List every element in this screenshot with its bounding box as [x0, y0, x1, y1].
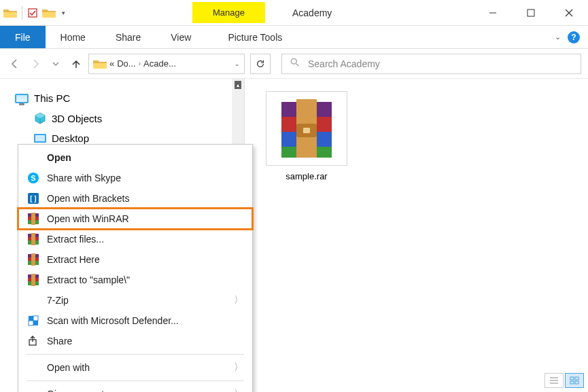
file-item-sample-rar[interactable]: sample.rar — [262, 91, 351, 181]
tab-home[interactable]: Home — [46, 26, 101, 48]
file-tab[interactable]: File — [0, 26, 46, 48]
breadcrumb-segment[interactable]: Acade... — [143, 58, 176, 69]
defender-icon — [27, 314, 40, 327]
breadcrumb-overflow[interactable]: « — [109, 58, 114, 69]
thumbnails-view-button[interactable] — [565, 373, 584, 388]
search-placeholder: Search Academy — [308, 58, 380, 69]
maximize-button[interactable] — [512, 0, 550, 26]
scrollbar-up-icon[interactable]: ▴ — [235, 81, 241, 89]
tree-this-pc[interactable]: This PC — [15, 88, 239, 108]
quick-access-toolbar: ▾ — [0, 5, 70, 20]
winrar-icon — [27, 273, 40, 287]
desktop-icon — [34, 134, 46, 143]
svg-point-18 — [291, 58, 296, 64]
winrar-icon — [27, 212, 40, 226]
ctx-extract-to[interactable]: Extract to "sample\" — [18, 270, 252, 290]
tab-picture-tools[interactable]: Picture Tools — [213, 26, 297, 48]
ctx-give-access[interactable]: Give access to 〉 — [18, 384, 252, 392]
tree-label: This PC — [34, 92, 70, 104]
ctx-extract-here[interactable]: Extract Here — [18, 249, 252, 270]
chevron-right-icon: 〉 — [235, 361, 241, 374]
separator — [27, 354, 244, 355]
svg-rect-17 — [528, 10, 534, 16]
ribbon-collapse-icon[interactable]: ⌄ — [555, 33, 561, 41]
up-button[interactable] — [68, 56, 84, 72]
tree-label: 3D Objects — [52, 113, 102, 124]
contextual-tab-label[interactable]: Manage — [192, 2, 265, 23]
ctx-open-brackets[interactable]: [ ] Open with Brackets — [18, 188, 252, 209]
context-menu: Open S Share with Skype [ ] Open with Br… — [18, 144, 253, 392]
refresh-button[interactable] — [250, 54, 271, 74]
svg-rect-15 — [29, 9, 37, 17]
view-mode-buttons — [544, 373, 584, 388]
ctx-7zip[interactable]: 7-Zip 〉 — [18, 290, 252, 310]
ctx-extract-files[interactable]: Extract files... — [18, 229, 252, 249]
folder-icon — [93, 57, 107, 71]
chevron-right-icon: 〉 — [235, 294, 241, 306]
separator — [27, 380, 244, 381]
breadcrumb[interactable]: « Do... › Acade... ⌄ — [88, 54, 245, 74]
svg-line-19 — [296, 64, 299, 67]
recent-locations-dropdown[interactable] — [48, 56, 64, 72]
svg-rect-25 — [570, 381, 574, 384]
brackets-icon: [ ] — [28, 193, 39, 204]
close-button[interactable] — [550, 0, 588, 26]
rar-archive-icon — [266, 91, 347, 166]
qat-dropdown-icon[interactable]: ▾ — [59, 10, 67, 16]
ctx-share[interactable]: Share — [18, 331, 252, 351]
forward-button[interactable] — [27, 56, 44, 72]
ctx-defender-scan[interactable]: Scan with Microsoft Defender... — [18, 310, 252, 331]
svg-rect-24 — [575, 377, 578, 380]
breadcrumb-dropdown-icon[interactable]: ⌄ — [235, 60, 240, 67]
ctx-open-winrar[interactable]: Open with WinRAR — [18, 209, 252, 229]
chevron-right-icon: 〉 — [235, 388, 241, 392]
details-view-button[interactable] — [544, 373, 564, 388]
3d-objects-icon — [34, 112, 46, 124]
ctx-open[interactable]: Open — [18, 147, 252, 168]
tab-view[interactable]: View — [156, 26, 206, 48]
ctx-share-skype[interactable]: S Share with Skype — [18, 168, 252, 188]
window-title: Academy — [292, 7, 332, 18]
search-input[interactable]: Search Academy — [281, 54, 581, 74]
skype-icon: S — [28, 173, 39, 183]
separator — [22, 6, 22, 20]
content-pane[interactable]: sample.rar — [245, 79, 588, 392]
window-controls — [474, 0, 588, 26]
ribbon-tabs: File Home Share View Picture Tools ⌄ ? — [0, 26, 588, 49]
tree-3d-objects[interactable]: 3D Objects — [15, 108, 239, 128]
help-icon[interactable]: ? — [568, 31, 580, 43]
new-folder-icon[interactable] — [41, 5, 56, 20]
winrar-icon — [27, 253, 40, 266]
navigation-bar: « Do... › Acade... ⌄ Search Academy — [0, 49, 588, 79]
ctx-open-with[interactable]: Open with 〉 — [18, 357, 252, 378]
properties-checkmark-icon[interactable] — [27, 7, 39, 19]
share-icon — [27, 334, 40, 348]
tree-label: Desktop — [52, 132, 89, 144]
svg-rect-26 — [575, 381, 578, 384]
svg-rect-23 — [570, 377, 574, 380]
winrar-icon — [27, 232, 40, 246]
search-icon — [290, 58, 300, 69]
back-button[interactable] — [7, 56, 23, 72]
folder-icon[interactable] — [3, 5, 18, 20]
breadcrumb-segment[interactable]: Do... — [117, 58, 135, 69]
this-pc-icon — [15, 94, 29, 103]
file-name-label: sample.rar — [262, 171, 351, 181]
minimize-button[interactable] — [474, 0, 512, 26]
chevron-right-icon[interactable]: › — [139, 60, 141, 67]
title-bar: ▾ Manage Academy — [0, 0, 588, 26]
tab-share[interactable]: Share — [101, 26, 156, 48]
